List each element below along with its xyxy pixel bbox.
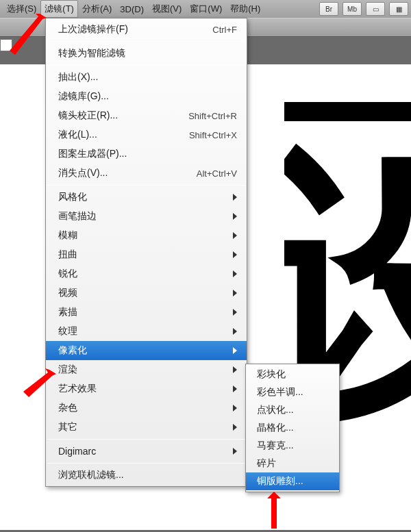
annotation-arrow-3 <box>260 492 288 532</box>
submenu-item-fragment[interactable]: 碎片 <box>246 455 339 472</box>
menu-item-blur[interactable]: 模糊 <box>46 226 247 245</box>
menu-item-label: 转换为智能滤镜 <box>58 47 237 60</box>
menu-item-label: 马赛克... <box>257 440 331 452</box>
menu-item-label: 扭曲 <box>58 249 227 261</box>
menu-item-extract[interactable]: 抽出(X)... <box>46 68 247 87</box>
menu-item-last-filter[interactable]: 上次滤镜操作(F) Ctrl+F <box>46 20 247 39</box>
pixelate-submenu: 彩块化 彩色半调... 点状化... 晶格化... 马赛克... 碎片 铜版雕刻… <box>245 364 340 492</box>
submenu-arrow-icon <box>233 366 237 373</box>
menu-item-digimarc[interactable]: Digimarc <box>46 442 247 461</box>
submenu-arrow-icon <box>233 424 237 431</box>
menu-item-label: 上次滤镜操作(F) <box>58 23 212 36</box>
menu-item-sketch[interactable]: 素描 <box>46 303 247 322</box>
submenu-arrow-icon <box>233 448 237 455</box>
menu-item-pattern-maker[interactable]: 图案生成器(P)... <box>46 144 247 164</box>
menubar: 选择(S) 滤镜(T) 分析(A) 3D(D) 视图(V) 窗口(W) 帮助(H… <box>0 0 411 18</box>
menu-item-artistic[interactable]: 艺术效果 <box>46 379 247 398</box>
menu-item-label: 滤镜库(G)... <box>58 90 237 103</box>
menu-item-label: 渲染 <box>58 364 227 376</box>
menu-separator <box>47 41 245 42</box>
svg-marker-0 <box>10 14 47 55</box>
menu-separator <box>47 185 245 186</box>
submenu-item-facet[interactable]: 彩块化 <box>246 366 339 383</box>
menu-item-label: 图案生成器(P)... <box>58 148 237 160</box>
menu-item-pixelate[interactable]: 像素化 <box>46 341 247 360</box>
menu-item-noise[interactable]: 杂色 <box>46 398 247 418</box>
annotation-arrow-2 <box>16 359 58 400</box>
menu-item-label: 模糊 <box>58 229 227 242</box>
filter-dropdown-menu: 上次滤镜操作(F) Ctrl+F 转换为智能滤镜 抽出(X)... 滤镜库(G)… <box>45 18 247 487</box>
submenu-item-color-halftone[interactable]: 彩色半调... <box>246 383 339 401</box>
menu-item-label: 彩块化 <box>257 368 331 381</box>
menu-item-label: 锐化 <box>58 268 227 280</box>
svg-marker-2 <box>267 492 281 529</box>
annotation-arrow-1 <box>0 12 53 60</box>
svg-marker-1 <box>23 368 56 397</box>
menu-item-label: 素描 <box>58 306 227 318</box>
submenu-item-pointillize[interactable]: 点状化... <box>246 401 339 419</box>
menu-item-label: 杂色 <box>58 402 227 414</box>
menu-item-label: 视频 <box>58 287 227 299</box>
menu-item-accel: Shift+Ctrl+X <box>189 130 237 140</box>
menu-separator <box>47 463 245 464</box>
submenu-arrow-icon <box>233 309 237 316</box>
screenmode-button[interactable]: ▭ <box>366 2 385 16</box>
menu-item-label: 液化(L)... <box>58 129 189 141</box>
menu-help[interactable]: 帮助(H) <box>226 0 264 18</box>
menu-item-label: 风格化 <box>58 191 227 203</box>
menu-item-texture[interactable]: 纹理 <box>46 322 247 341</box>
menu-separator <box>47 65 245 66</box>
menu-item-filter-gallery[interactable]: 滤镜库(G)... <box>46 87 247 106</box>
menu-item-label: Digimarc <box>58 446 227 457</box>
submenu-arrow-icon <box>233 290 237 296</box>
arrange-button[interactable]: ▦ <box>389 2 408 16</box>
menu-item-stylize[interactable]: 风格化 <box>46 188 247 207</box>
submenu-item-crystallize[interactable]: 晶格化... <box>246 419 339 437</box>
submenu-arrow-icon <box>233 270 237 277</box>
menu-item-lens-correction[interactable]: 镜头校正(R)... Shift+Ctrl+R <box>46 106 247 125</box>
menu-item-label: 浏览联机滤镜... <box>58 469 237 481</box>
menu-item-accel: Alt+Ctrl+V <box>197 168 237 179</box>
menu-item-label: 画笔描边 <box>58 210 227 223</box>
menu-item-render[interactable]: 渲染 <box>46 360 247 379</box>
menu-item-label: 艺术效果 <box>58 383 227 395</box>
menu-item-label: 铜版雕刻... <box>257 475 331 487</box>
menu-item-sharpen[interactable]: 锐化 <box>46 264 247 283</box>
menu-separator <box>47 439 245 440</box>
menu-3d[interactable]: 3D(D) <box>116 1 148 17</box>
submenu-arrow-icon <box>233 232 237 239</box>
menu-window[interactable]: 窗口(W) <box>186 0 226 18</box>
submenu-item-mezzotint[interactable]: 铜版雕刻... <box>246 472 339 490</box>
submenu-arrow-icon <box>233 405 237 411</box>
menu-item-liquify[interactable]: 液化(L)... Shift+Ctrl+X <box>46 125 247 144</box>
menu-item-label: 抽出(X)... <box>58 71 237 84</box>
menu-item-distort[interactable]: 扭曲 <box>46 245 247 264</box>
bridge-button[interactable]: Br <box>319 2 338 16</box>
menu-analysis[interactable]: 分析(A) <box>78 0 116 18</box>
menu-item-label: 彩色半调... <box>257 386 331 398</box>
menu-item-smart-filter[interactable]: 转换为智能滤镜 <box>46 44 247 63</box>
submenu-arrow-icon <box>233 194 237 201</box>
menu-item-label: 消失点(V)... <box>58 167 197 179</box>
minibridge-button[interactable]: Mb <box>342 2 362 16</box>
menu-item-label: 晶格化... <box>257 422 331 434</box>
menu-item-label: 纹理 <box>58 325 227 338</box>
submenu-arrow-icon <box>233 385 237 392</box>
menu-item-brush-strokes[interactable]: 画笔描边 <box>46 207 247 226</box>
menu-item-video[interactable]: 视频 <box>46 283 247 303</box>
menu-item-accel: Ctrl+F <box>212 25 237 35</box>
menu-item-browse-online[interactable]: 浏览联机滤镜... <box>46 466 247 485</box>
submenu-arrow-icon <box>233 328 237 335</box>
menu-item-label: 其它 <box>58 421 227 433</box>
menu-item-label: 点状化... <box>257 404 331 416</box>
menu-item-other[interactable]: 其它 <box>46 418 247 437</box>
menu-item-label: 像素化 <box>58 344 227 357</box>
submenu-arrow-icon <box>233 251 237 258</box>
menu-item-label: 碎片 <box>257 457 331 470</box>
menu-item-label: 镜头校正(R)... <box>58 110 188 122</box>
menubar-right: Br Mb ▭ ▦ <box>319 2 408 16</box>
menu-view[interactable]: 视图(V) <box>148 0 186 18</box>
submenu-arrow-icon <box>233 213 237 220</box>
menu-item-vanishing-point[interactable]: 消失点(V)... Alt+Ctrl+V <box>46 164 247 183</box>
submenu-item-mosaic[interactable]: 马赛克... <box>246 437 339 455</box>
